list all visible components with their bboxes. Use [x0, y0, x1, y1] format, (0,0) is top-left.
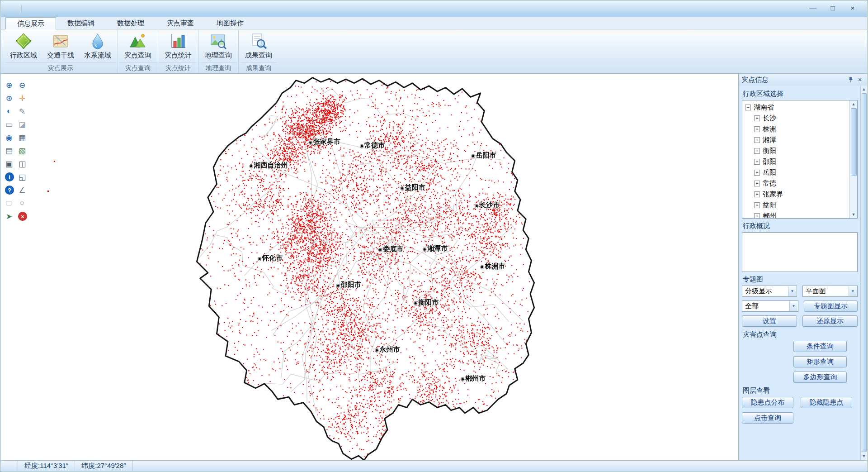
region-select-label: 行政区域选择 [743, 90, 858, 98]
tree-node[interactable]: +株洲 [744, 124, 848, 134]
filter-select[interactable]: 全部 ▼ [742, 300, 798, 312]
titlebar-grip [21, 5, 22, 13]
pointer-select-icon[interactable]: ➤ [3, 210, 15, 222]
maximize-button[interactable]: □ [823, 2, 843, 14]
overview-textarea[interactable] [742, 232, 858, 272]
map-type-select[interactable]: 平面图 ▼ [802, 286, 858, 297]
click-query-button[interactable]: 点击查询 [742, 412, 793, 424]
pin-icon[interactable] [846, 75, 855, 84]
ribbon-button-label: 灾点查询 [124, 51, 151, 60]
hazard-distribution-button[interactable]: 隐患点分布 [742, 397, 793, 408]
stray-point [47, 191, 49, 192]
ribbon: 行政区域 交通干线 水系流域 灾点展示 [1, 29, 867, 74]
eye-icon[interactable]: ◉ [3, 132, 15, 143]
ribbon-group-disaster-display: 行政区域 交通干线 水系流域 灾点展示 [4, 30, 118, 73]
traffic-lines-button[interactable]: 交通干线 [42, 30, 79, 62]
tab-info-display[interactable]: 信息展示 [5, 17, 56, 29]
polygon-query-button[interactable]: 多边形查询 [793, 372, 847, 383]
geo-query-button[interactable]: 地理查询 [200, 30, 237, 62]
disaster-query-button[interactable]: 灾点查询 [119, 30, 156, 62]
ribbon-group-caption: 灾点统计 [160, 62, 197, 73]
tree-expander-icon[interactable]: + [754, 126, 760, 132]
tree-expander-icon[interactable]: + [754, 213, 760, 219]
scroll-thumb[interactable] [862, 93, 867, 452]
tree-expander-icon[interactable]: + [754, 148, 760, 154]
report-icon[interactable]: ▤ [3, 145, 15, 157]
zoom-out-icon[interactable]: ⊖ [16, 79, 28, 91]
rectangle-query-button[interactable]: 矩形查询 [793, 356, 847, 367]
show-thematic-button[interactable]: 专题图显示 [804, 300, 858, 312]
tree-expander-icon[interactable]: + [754, 159, 760, 165]
tree-node[interactable]: +常德 [744, 178, 848, 189]
legend-icon[interactable]: ▧ [16, 145, 28, 157]
zoom-extent-icon[interactable]: ⊛ [3, 92, 15, 104]
disaster-stats-button[interactable]: 灾点统计 [160, 30, 197, 62]
help-icon[interactable]: ? [5, 186, 14, 195]
map-type-value: 平面图 [806, 287, 826, 296]
tree-node[interactable]: +湘潭 [744, 134, 848, 145]
display-mode-select[interactable]: 分级显示 ▼ [742, 286, 797, 297]
pan-icon[interactable]: ✛ [16, 92, 28, 104]
panel-close-icon[interactable]: × [855, 75, 864, 84]
select-rect-icon[interactable]: ▭ [3, 119, 15, 130]
admin-region-button[interactable]: 行政区域 [5, 30, 42, 62]
info-icon[interactable]: i [5, 172, 14, 181]
tree-expander-icon[interactable]: + [754, 202, 760, 208]
tab-map-operation[interactable]: 地图操作 [205, 17, 255, 29]
overview-label: 行政概况 [743, 222, 858, 230]
scroll-down-icon[interactable]: ▼ [852, 211, 856, 218]
tree-node[interactable]: +岳阳 [744, 167, 848, 178]
tree-expander-icon[interactable]: + [754, 181, 760, 186]
tree-node-root[interactable]: −湖南省 [744, 102, 848, 113]
globe-icon[interactable]: ◐ [3, 105, 15, 117]
tab-disaster-review[interactable]: 灾点审查 [156, 17, 205, 29]
longitude-readout: 经度:114°3′31″ [18, 461, 75, 471]
overview-window-icon[interactable]: ◱ [16, 171, 28, 183]
print-icon[interactable]: ▣ [3, 158, 15, 170]
panel-scrollbar[interactable]: ▲ ▼ [860, 86, 867, 460]
close-tool-icon[interactable]: × [18, 212, 27, 221]
ribbon-button-label: 水系流域 [84, 51, 111, 60]
eraser-icon[interactable]: ◪ [16, 119, 28, 130]
tree-node-label: 张家界 [763, 190, 783, 199]
tree-node[interactable]: +益阳 [744, 200, 848, 210]
tree-node[interactable]: +郴州 [744, 210, 848, 219]
restore-display-button[interactable]: 还原显示 [802, 315, 858, 327]
minimize-button[interactable]: — [803, 2, 823, 14]
tree-expander-icon[interactable]: + [754, 170, 760, 176]
condition-query-button[interactable]: 条件查询 [793, 341, 847, 352]
measure-icon[interactable]: ∠ [16, 184, 28, 196]
tab-data-process[interactable]: 数据处理 [106, 17, 156, 29]
scroll-up-icon[interactable]: ▲ [862, 86, 866, 93]
scroll-thumb[interactable] [851, 108, 857, 176]
scroll-down-icon[interactable]: ▼ [862, 453, 866, 460]
close-button[interactable]: × [843, 2, 863, 14]
print-preview-icon[interactable]: ◫ [16, 158, 28, 170]
document-search-icon [249, 32, 268, 51]
hide-hazard-points-button[interactable]: 隐藏隐患点 [801, 397, 852, 408]
tree-expander-icon[interactable]: + [754, 115, 760, 121]
attribute-table-icon[interactable]: ▦ [16, 132, 28, 143]
scroll-up-icon[interactable]: ▲ [852, 100, 856, 108]
tree-scrollbar[interactable]: ▲ ▼ [849, 100, 857, 218]
ribbon-group-caption: 地理查询 [200, 62, 237, 73]
map-view[interactable]: ◉张家界市◉常德市◉岳阳市◉湘西自治州◉益阳市◉长沙市◉娄底市◉湘潭市◉株洲市◉… [1, 74, 738, 460]
tree-node[interactable]: +邵阳 [744, 156, 848, 167]
tree-node[interactable]: +长沙 [744, 113, 848, 124]
tree-node-label: 衡阳 [763, 147, 776, 155]
result-query-button[interactable]: 成果查询 [240, 30, 277, 62]
water-system-button[interactable]: 水系流域 [79, 30, 116, 62]
filter-value: 全部 [745, 302, 759, 310]
settings-button[interactable]: 设置 [742, 315, 797, 327]
tab-data-edit[interactable]: 数据编辑 [56, 17, 106, 29]
ellipse-select-icon[interactable]: ○ [16, 197, 28, 209]
tree-expander-icon[interactable]: − [745, 105, 751, 110]
tree-node[interactable]: +衡阳 [744, 145, 848, 156]
tree-node[interactable]: +张家界 [744, 189, 848, 200]
region-tree[interactable]: −湖南省+长沙+株洲+湘潭+衡阳+邵阳+岳阳+常德+张家界+益阳+郴州 ▲ ▼ [742, 100, 858, 219]
rect-zoom-icon[interactable]: □ [3, 197, 15, 209]
tree-expander-icon[interactable]: + [754, 191, 760, 197]
zoom-in-icon[interactable]: ⊕ [3, 79, 15, 91]
draw-line-icon[interactable]: ✎ [16, 105, 28, 117]
tree-expander-icon[interactable]: + [754, 137, 760, 143]
